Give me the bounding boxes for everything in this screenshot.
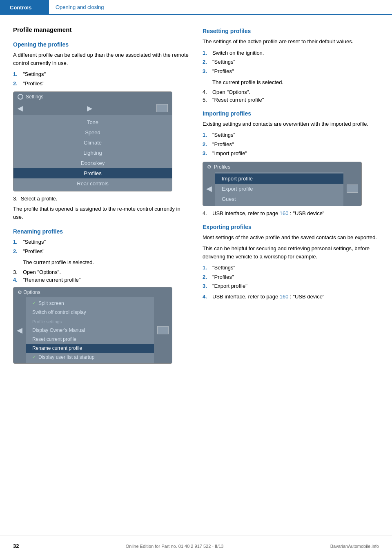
exporting-step4: 4. USB interface, refer to page 160 : "U… <box>203 294 379 300</box>
section-title-exporting: Exporting profiles <box>203 224 379 230</box>
section-opening-profiles: Opening the profiles A different profile… <box>13 41 189 221</box>
options-item-display-user: ✓ Display user list at startup <box>26 353 154 362</box>
options-item-rename-selected: Rename current profile <box>26 344 154 353</box>
list-item: 1. "Settings" <box>13 238 189 246</box>
options-item-switchoff: Switch off control display <box>26 308 154 317</box>
nav-left-arrow: ◀ <box>17 326 22 335</box>
opening-step3: 3. Select a profile. <box>13 196 189 202</box>
profiles-nav-area: ◀ Import profile Export profile Guest <box>203 172 361 206</box>
footer-right-text: BavarianAutomobile.info <box>330 544 379 549</box>
profiles-nav-left: ◀ <box>203 172 215 206</box>
resetting-indent: The current profile is selected. <box>212 78 379 87</box>
nav-rect <box>347 185 358 193</box>
gear-icon: ⚙ <box>207 164 212 170</box>
options-item-profile-settings: Profile settings <box>26 317 154 326</box>
renaming-step3: 3. Open "Options". <box>13 269 189 275</box>
profiles-item-export: Export profile <box>215 184 343 194</box>
options-list: ✓ Split screen Switch off control displa… <box>26 297 154 363</box>
section-title-renaming: Renaming profiles <box>13 228 189 235</box>
profiles-titlebar: ⚙ Profiles <box>203 162 361 172</box>
importing-step4: 4. USB interface, refer to page 160 : "U… <box>203 210 379 216</box>
options-nav-left: ◀ <box>13 297 26 363</box>
list-item: 1. "Settings" <box>13 70 189 78</box>
options-item-split: ✓ Split screen <box>26 299 154 308</box>
footer-text: Online Edition for Part no. 01 40 2 917 … <box>126 544 224 549</box>
section-resetting-profiles: Resetting profiles The settings of the a… <box>203 28 379 103</box>
list-item: Tone <box>13 117 172 127</box>
nav-rect <box>157 326 169 334</box>
section-body-opening: A different profile can be called up tha… <box>13 51 189 67</box>
exporting-body2: This can be helpful for securing and ret… <box>203 245 379 260</box>
list-item: Doors/key <box>13 158 172 168</box>
nav-left-arrow: ◀ <box>206 184 212 193</box>
list-item: 2. "Profiles" <box>203 140 379 149</box>
list-item-selected: Profiles <box>13 168 172 178</box>
list-item: 2. "Profiles" <box>203 273 379 281</box>
settings-screen-list: Tone Speed Climate Lighting Doors/key Pr… <box>13 115 172 191</box>
page-header: Controls Opening and closing <box>0 0 392 15</box>
header-tab-controls[interactable]: Controls <box>0 0 49 15</box>
settings-screen-titlebar: Settings <box>13 92 172 102</box>
nav-rect <box>156 104 168 112</box>
list-item: 1. Switch on the ignition. <box>203 49 379 57</box>
page-number: 32 <box>13 543 19 549</box>
list-item: 1. "Settings" <box>203 264 379 272</box>
exporting-body1: Most settings of the active profile and … <box>203 234 379 242</box>
nav-left-arrow: ◀ <box>18 105 22 112</box>
nav-right-arrow: ▶ <box>87 105 92 112</box>
renaming-indent: The current profile is selected. <box>23 258 189 267</box>
list-item: 3. "Profiles" <box>203 67 379 76</box>
profiles-list: Import profile Export profile Guest <box>215 172 343 206</box>
options-item-owners-manual: Display Owner's Manual <box>26 326 154 335</box>
right-column: Resetting profiles The settings of the a… <box>203 26 379 371</box>
renaming-step4: 4. "Rename current profile" <box>13 277 189 283</box>
list-item: 2. "Profiles" <box>13 80 189 88</box>
list-item: Climate <box>13 138 172 148</box>
page-footer: 32 Online Edition for Part no. 01 40 2 9… <box>0 536 392 556</box>
export-page-link[interactable]: 160 <box>280 294 289 300</box>
opening-body2: The profile that is opened is assigned t… <box>13 205 189 221</box>
header-tab-opening-closing[interactable]: Opening and closing <box>49 0 392 15</box>
checkbox-check: ✓ <box>32 354 36 360</box>
importing-steps: 1. "Settings" 2. "Profiles" 3. "Import p… <box>203 131 379 158</box>
profiles-item-import: Import profile <box>215 173 343 184</box>
options-screen: ⚙ Options ◀ ✓ Split screen Switch off co… <box>13 287 172 364</box>
renaming-steps: 1. "Settings" 2. "Profiles" <box>13 238 189 255</box>
section-importing-profiles: Importing profiles Existing settings and… <box>203 110 379 216</box>
opening-steps-1-2: 1. "Settings" 2. "Profiles" <box>13 70 189 87</box>
list-item: 1. "Settings" <box>203 131 379 139</box>
section-title-opening: Opening the profiles <box>13 41 189 48</box>
page-title: Profile management <box>13 26 189 33</box>
list-item: 3. "Import profile" <box>203 149 379 158</box>
left-column: Profile management Opening the profiles … <box>13 26 189 371</box>
main-content: Profile management Opening the profiles … <box>0 15 392 396</box>
checkbox-check: ✓ <box>32 300 36 306</box>
screen-nav-left: ◀ ▶ <box>13 102 172 115</box>
list-item: Rear controls <box>13 178 172 189</box>
section-title-resetting: Resetting profiles <box>203 28 379 34</box>
profiles-nav-right <box>343 172 361 206</box>
profiles-screen: ⚙ Profiles ◀ Import profile Export profi… <box>203 162 362 206</box>
gear-icon: ⚙ <box>18 289 22 295</box>
list-item: Speed <box>13 127 172 138</box>
resetting-step5: 5. "Reset current profile" <box>203 97 379 103</box>
section-title-importing: Importing profiles <box>203 110 379 117</box>
section-renaming-profiles: Renaming profiles 1. "Settings" 2. "Prof… <box>13 228 189 364</box>
options-nav-area: ◀ ✓ Split screen Switch off control disp… <box>13 297 172 363</box>
resetting-body: The settings of the active profile are r… <box>203 38 379 46</box>
resetting-steps: 1. Switch on the ignition. 2. "Settings"… <box>203 49 379 76</box>
options-item-reset: Reset current profile <box>26 335 154 344</box>
gear-icon <box>18 94 23 100</box>
import-page-link[interactable]: 160 <box>280 210 289 216</box>
list-item: Lighting <box>13 148 172 158</box>
list-item: 2. "Profiles" <box>13 247 189 256</box>
options-titlebar: ⚙ Options <box>13 287 172 297</box>
importing-body: Existing settings and contacts are overw… <box>203 120 379 128</box>
section-exporting-profiles: Exporting profiles Most settings of the … <box>203 224 379 300</box>
resetting-step4: 4. Open "Options". <box>203 89 379 95</box>
list-item: 3. "Export profile" <box>203 282 379 290</box>
settings-screen: Settings ◀ ▶ Tone Speed Climate Lighting… <box>13 91 172 191</box>
options-nav-right <box>154 297 172 363</box>
profiles-item-guest: Guest <box>215 194 343 204</box>
list-item: 2. "Settings" <box>203 58 379 66</box>
